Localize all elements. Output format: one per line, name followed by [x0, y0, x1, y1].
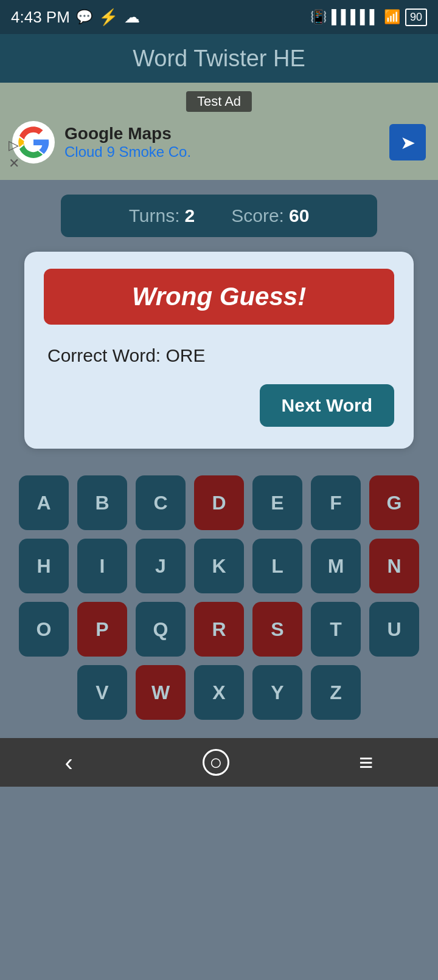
- turns-value: 2: [185, 205, 195, 226]
- ad-banner: Test Ad Google Maps Cloud 9 Smoke Co. ➤ …: [0, 83, 438, 180]
- vibrate-icon: 📳: [310, 9, 327, 25]
- keyboard-row-1: HIJKLMN: [12, 539, 426, 593]
- key-h[interactable]: H: [19, 539, 69, 593]
- ad-controls: ▷ ✕: [9, 137, 19, 171]
- key-r[interactable]: R: [194, 602, 244, 657]
- key-w[interactable]: W: [136, 665, 186, 720]
- ad-company: Google Maps: [64, 124, 380, 143]
- score-label: Score:: [231, 205, 284, 226]
- key-z[interactable]: Z: [311, 665, 361, 720]
- key-g[interactable]: G: [369, 475, 419, 530]
- signal-icon: ▌▌▌▌▌: [332, 9, 379, 25]
- key-j[interactable]: J: [136, 539, 186, 593]
- key-u[interactable]: U: [369, 602, 419, 657]
- menu-button[interactable]: ≡: [359, 749, 373, 776]
- bottom-nav: ‹ ○ ≡: [0, 738, 438, 787]
- key-y[interactable]: Y: [252, 665, 302, 720]
- keyboard-row-3: VWXYZ: [12, 665, 426, 720]
- wrong-guess-title: Wrong Guess!: [132, 282, 306, 311]
- key-c[interactable]: C: [136, 475, 186, 530]
- key-x[interactable]: X: [194, 665, 244, 720]
- back-button[interactable]: ‹: [65, 749, 73, 776]
- keyboard-row-2: OPQRSTU: [12, 602, 426, 657]
- turns-label: Turns:: [129, 205, 180, 226]
- status-bar: 4:43 PM 💬 ⚡ ☁ 📳 ▌▌▌▌▌ 📶 90: [0, 0, 438, 34]
- key-v[interactable]: V: [77, 665, 127, 720]
- home-button[interactable]: ○: [203, 749, 229, 776]
- score-display: Score: 60: [231, 205, 309, 226]
- key-m[interactable]: M: [311, 539, 361, 593]
- key-p[interactable]: P: [77, 602, 127, 657]
- time-display: 4:43 PM: [11, 8, 70, 27]
- ad-text: Google Maps Cloud 9 Smoke Co.: [64, 124, 380, 160]
- key-t[interactable]: T: [311, 602, 361, 657]
- status-bar-right: 📳 ▌▌▌▌▌ 📶 90: [310, 9, 427, 26]
- keyboard-row-0: ABCDEFG: [12, 475, 426, 530]
- app-header: Word Twister HE: [0, 34, 438, 83]
- correct-word-display: Correct Word: ORE: [44, 339, 394, 384]
- key-a[interactable]: A: [19, 475, 69, 530]
- key-o[interactable]: O: [19, 602, 69, 657]
- ad-close-icon: ✕: [9, 156, 19, 171]
- cloud-icon: ☁: [124, 8, 140, 27]
- score-value: 60: [289, 205, 309, 226]
- key-b[interactable]: B: [77, 475, 127, 530]
- keyboard-area: ABCDEFGHIJKLMNOPQRSTUVWXYZ: [0, 463, 438, 732]
- wrong-guess-banner: Wrong Guess!: [44, 269, 394, 325]
- key-e[interactable]: E: [252, 475, 302, 530]
- battery-icon: 90: [405, 9, 427, 26]
- ad-arrow-icon[interactable]: ➤: [389, 124, 426, 160]
- result-card: Wrong Guess! Correct Word: ORE Next Word: [24, 252, 414, 449]
- key-n[interactable]: N: [369, 539, 419, 593]
- ad-play-icon: ▷: [9, 137, 19, 153]
- app-title: Word Twister HE: [133, 46, 305, 72]
- key-q[interactable]: Q: [136, 602, 186, 657]
- usb-icon: ⚡: [99, 8, 118, 27]
- whatsapp-icon: 💬: [76, 9, 92, 25]
- turns-display: Turns: 2: [129, 205, 195, 226]
- next-word-button[interactable]: Next Word: [260, 384, 394, 427]
- key-i[interactable]: I: [77, 539, 127, 593]
- status-bar-left: 4:43 PM 💬 ⚡ ☁: [11, 8, 140, 27]
- key-s[interactable]: S: [252, 602, 302, 657]
- key-d[interactable]: D: [194, 475, 244, 530]
- ad-subtitle: Cloud 9 Smoke Co.: [64, 143, 380, 160]
- ad-label: Test Ad: [186, 91, 252, 112]
- key-k[interactable]: K: [194, 539, 244, 593]
- key-f[interactable]: F: [311, 475, 361, 530]
- score-bar: Turns: 2 Score: 60: [61, 195, 377, 237]
- ad-content: Google Maps Cloud 9 Smoke Co. ➤: [12, 121, 426, 164]
- wifi-icon: 📶: [384, 9, 400, 25]
- key-l[interactable]: L: [252, 539, 302, 593]
